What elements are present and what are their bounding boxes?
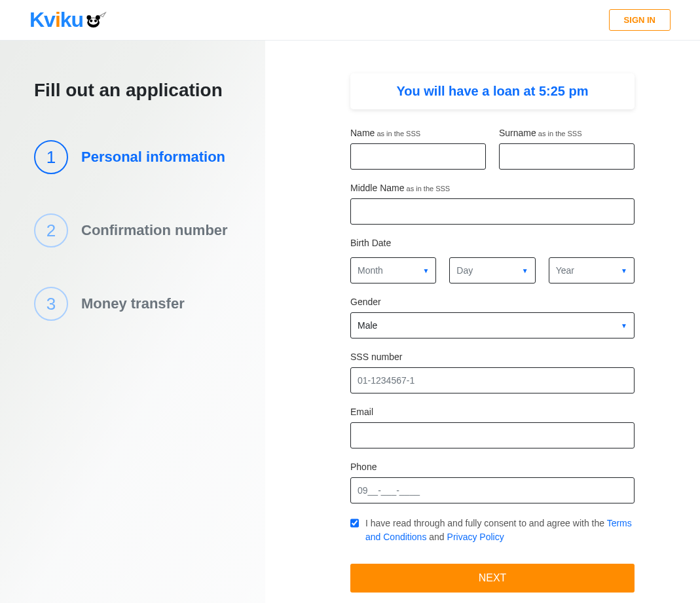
- step-transfer[interactable]: 3 Money transfer: [34, 287, 246, 321]
- chevron-down-icon: ▼: [522, 267, 528, 274]
- name-input[interactable]: [350, 143, 486, 170]
- consent-text: I have read through and fully consent to…: [365, 517, 635, 544]
- step-number-icon: 3: [34, 287, 68, 321]
- svg-point-4: [90, 19, 92, 22]
- chevron-down-icon: ▼: [621, 322, 627, 329]
- step-label: Confirmation number: [81, 222, 228, 239]
- year-select[interactable]: Year ▼: [549, 257, 635, 283]
- gender-select[interactable]: Male ▼: [350, 312, 635, 338]
- birth-date-label: Birth Date: [350, 238, 635, 248]
- panda-icon: [84, 11, 107, 29]
- next-button[interactable]: NEXT: [350, 564, 635, 593]
- chevron-down-icon: ▼: [621, 267, 627, 274]
- header: Kviku SIGN IN: [0, 0, 700, 41]
- consent-checkbox[interactable]: [350, 518, 359, 528]
- svg-point-2: [87, 15, 92, 20]
- middle-name-label: Middle Name as in the SSS: [350, 183, 635, 193]
- gender-label: Gender: [350, 297, 635, 307]
- main: Fill out an application 1 Personal infor…: [0, 41, 700, 603]
- surname-input[interactable]: [499, 143, 635, 170]
- step-number-icon: 2: [34, 213, 68, 247]
- phone-input[interactable]: [350, 477, 635, 503]
- surname-label: Surname as in the SSS: [499, 128, 635, 138]
- sss-label: SSS number: [350, 352, 635, 362]
- step-number-icon: 1: [34, 140, 68, 174]
- step-personal[interactable]: 1 Personal information: [34, 140, 246, 174]
- sidebar: Fill out an application 1 Personal infor…: [0, 41, 265, 603]
- step-label: Personal information: [81, 149, 225, 166]
- month-select[interactable]: Month ▼: [350, 257, 436, 283]
- sss-input[interactable]: [350, 367, 635, 393]
- chevron-down-icon: ▼: [422, 267, 429, 274]
- email-label: Email: [350, 407, 635, 417]
- middle-name-input[interactable]: [350, 198, 635, 225]
- loan-time-banner: You will have a loan at 5:25 pm: [350, 73, 635, 109]
- day-select[interactable]: Day ▼: [449, 257, 535, 283]
- svg-point-3: [96, 15, 100, 20]
- sidebar-title: Fill out an application: [34, 80, 246, 101]
- email-input[interactable]: [350, 422, 635, 448]
- step-confirmation[interactable]: 2 Confirmation number: [34, 213, 246, 247]
- svg-point-5: [94, 19, 97, 22]
- step-label: Money transfer: [81, 295, 185, 312]
- logo[interactable]: Kviku: [29, 8, 107, 32]
- phone-label: Phone: [350, 462, 635, 472]
- form-area: You will have a loan at 5:25 pm Name as …: [265, 41, 700, 603]
- logo-text: Kviku: [29, 8, 83, 32]
- signin-button[interactable]: SIGN IN: [609, 9, 671, 31]
- name-label: Name as in the SSS: [350, 128, 486, 138]
- privacy-link[interactable]: Privacy Policy: [447, 532, 504, 542]
